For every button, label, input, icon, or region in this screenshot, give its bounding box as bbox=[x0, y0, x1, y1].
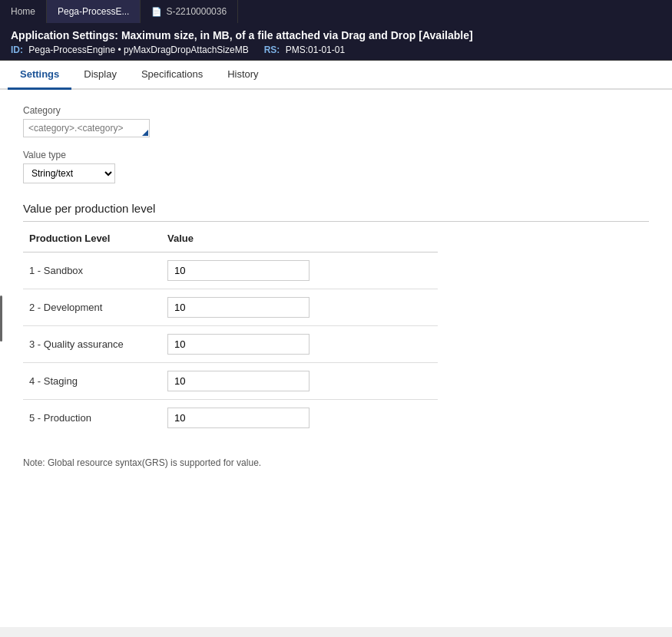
top-tab-pega[interactable]: Pega-ProcessE... bbox=[47, 0, 141, 23]
nav-tabs: Settings Display Specifications History bbox=[0, 61, 672, 90]
value-input-1[interactable] bbox=[167, 297, 310, 318]
page-meta: ID: Pega-ProcessEngine • pyMaxDragDropAt… bbox=[11, 45, 661, 55]
value-cell-2 bbox=[161, 326, 438, 363]
id-label: ID: bbox=[11, 45, 23, 55]
value-input-2[interactable] bbox=[167, 334, 310, 355]
top-tab-case[interactable]: 📄 S-2210000036 bbox=[141, 0, 238, 23]
production-level-table: Production Level Value 1 - Sandbox2 - De… bbox=[23, 228, 438, 436]
value-cell-3 bbox=[161, 363, 438, 400]
home-tab-label: Home bbox=[11, 6, 35, 17]
table-row: 4 - Staging bbox=[23, 363, 438, 400]
tab-settings[interactable]: Settings bbox=[8, 61, 71, 90]
table-row: 3 - Quality assurance bbox=[23, 326, 438, 363]
table-row: 1 - Sandbox bbox=[23, 252, 438, 289]
category-input-wrapper bbox=[23, 119, 150, 137]
value-cell-1 bbox=[161, 289, 438, 326]
value-input-0[interactable] bbox=[167, 260, 310, 281]
col-header-production-level: Production Level bbox=[23, 228, 161, 252]
note-text: Note: Global resource syntax(GRS) is sup… bbox=[23, 457, 649, 468]
category-resize-handle bbox=[142, 130, 148, 136]
id-value: Pega-ProcessEngine • pyMaxDragDropAttach… bbox=[28, 45, 248, 55]
value-type-field-group: Value type String/text Integer Boolean D… bbox=[23, 150, 649, 183]
col-header-value: Value bbox=[161, 228, 438, 252]
rs-value: PMS:01-01-01 bbox=[286, 45, 345, 55]
top-tab-bar: Home Pega-ProcessE... 📄 S-2210000036 bbox=[0, 0, 672, 23]
value-cell-4 bbox=[161, 400, 438, 437]
section-title: Value per production level bbox=[23, 202, 649, 222]
value-input-4[interactable] bbox=[167, 408, 310, 428]
production-level-cell-1: 2 - Development bbox=[23, 289, 161, 326]
value-type-select[interactable]: String/text Integer Boolean Decimal bbox=[23, 163, 115, 183]
tab-specifications[interactable]: Specifications bbox=[129, 61, 215, 90]
page-title: Application Settings: Maximum size, in M… bbox=[11, 29, 661, 41]
tab-display[interactable]: Display bbox=[71, 61, 129, 90]
table-row: 2 - Development bbox=[23, 289, 438, 326]
top-tab-home[interactable]: Home bbox=[0, 0, 47, 23]
table-row: 5 - Production bbox=[23, 400, 438, 437]
production-level-cell-0: 1 - Sandbox bbox=[23, 252, 161, 289]
case-tab-label: S-2210000036 bbox=[166, 6, 227, 17]
value-input-3[interactable] bbox=[167, 371, 310, 391]
case-tab-icon: 📄 bbox=[151, 7, 162, 17]
category-label: Category bbox=[23, 105, 649, 116]
page-header: Application Settings: Maximum size, in M… bbox=[0, 23, 672, 61]
category-input[interactable] bbox=[23, 119, 150, 137]
pega-tab-label: Pega-ProcessE... bbox=[58, 6, 129, 17]
main-content: Category Value type String/text Integer … bbox=[0, 90, 672, 627]
rs-label: RS: bbox=[264, 45, 280, 55]
production-level-cell-3: 4 - Staging bbox=[23, 363, 161, 400]
value-cell-0 bbox=[161, 252, 438, 289]
production-level-cell-4: 5 - Production bbox=[23, 400, 161, 437]
tab-history[interactable]: History bbox=[215, 61, 270, 90]
value-type-label: Value type bbox=[23, 150, 649, 160]
left-edge-indicator bbox=[0, 295, 2, 342]
production-level-cell-2: 3 - Quality assurance bbox=[23, 326, 161, 363]
category-field-group: Category bbox=[23, 105, 649, 137]
